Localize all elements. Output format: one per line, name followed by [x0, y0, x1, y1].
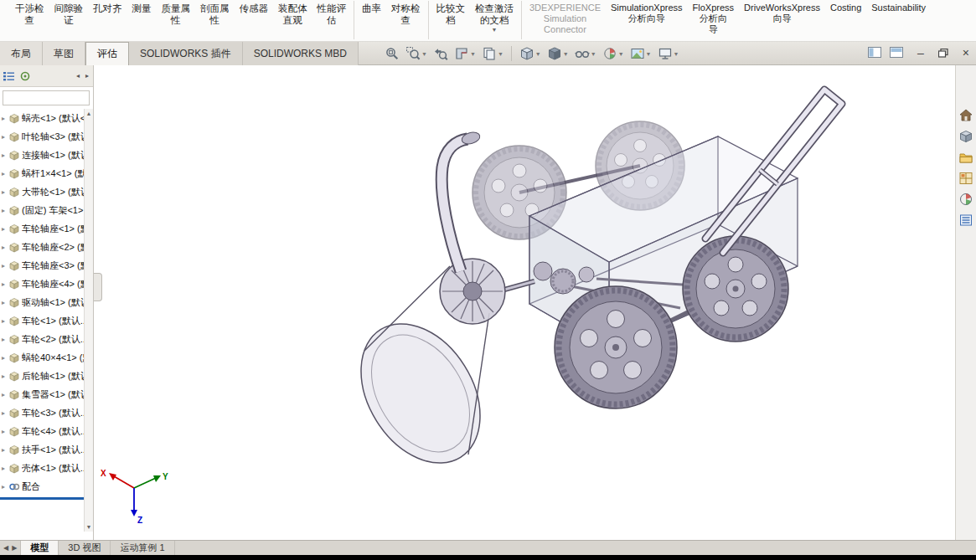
- tree-item[interactable]: ▸车轮<1> (默认...: [0, 311, 85, 330]
- tab-sketch[interactable]: 草图: [43, 42, 85, 65]
- tab-scroll-right-icon[interactable]: ▶: [12, 544, 17, 552]
- clearance-verification-button[interactable]: 间隙验 证: [49, 1, 89, 28]
- tree-item[interactable]: ▸蜗杆1×4<1> (默: [0, 164, 85, 182]
- expand-arrow-icon[interactable]: ▸: [0, 483, 8, 491]
- tree-item[interactable]: ▸壳体<1> (默认...: [0, 459, 85, 477]
- tab-scroll-left-icon[interactable]: ◀: [3, 544, 8, 552]
- scroll-down-icon[interactable]: ▼: [86, 522, 92, 532]
- restore-button[interactable]: [938, 49, 948, 58]
- expand-arrow-icon[interactable]: ▸: [0, 446, 8, 454]
- symmetry-check-button[interactable]: 对称检 查: [386, 1, 426, 28]
- split-pane-horizontal-icon[interactable]: [868, 47, 881, 58]
- expand-arrow-icon[interactable]: ▸: [0, 372, 8, 380]
- expand-arrow-icon[interactable]: ▸: [0, 207, 8, 214]
- section-properties-button[interactable]: 剖面属 性: [195, 1, 235, 28]
- dropdown-caret-icon[interactable]: ▼: [618, 51, 624, 57]
- expand-arrow-icon[interactable]: ▸: [0, 354, 8, 362]
- zoom-area-icon[interactable]: ▼: [405, 45, 428, 62]
- performance-evaluation-button[interactable]: 性能评 估: [312, 1, 352, 28]
- tab-model[interactable]: 模型: [21, 541, 59, 555]
- simulationxpress-wizard-button[interactable]: SimulationXpress 分析向导: [606, 1, 688, 26]
- tree-item[interactable]: ▸车轮轴座<4> (默: [0, 275, 85, 293]
- sustainability-button[interactable]: Sustainability: [866, 1, 931, 15]
- costing-button[interactable]: Costing: [825, 1, 866, 15]
- tab-motion-study-1[interactable]: 运动算例 1: [111, 541, 174, 555]
- scroll-up-icon[interactable]: ▲: [86, 109, 92, 118]
- dropdown-caret-icon[interactable]: ▼: [492, 27, 498, 33]
- expand-arrow-icon[interactable]: ▸: [0, 225, 8, 233]
- tree-item[interactable]: ▸车轮轴座<2> (默: [0, 238, 85, 256]
- tab-evaluate[interactable]: 评估: [85, 42, 129, 65]
- driveworksxpress-wizard-button[interactable]: DriveWorksXpress 向导: [739, 1, 825, 26]
- tree-item[interactable]: ▸(固定) 车架<1> (默: [0, 201, 85, 219]
- tree-item[interactable]: ▸叶轮轴<3> (默认: [0, 127, 85, 146]
- expand-arrow-icon[interactable]: ▸: [0, 152, 8, 159]
- expand-arrow-icon[interactable]: ▸: [0, 465, 8, 472]
- panel-scroll-right-icon[interactable]: ▸: [84, 72, 90, 80]
- dropdown-caret-icon[interactable]: ▼: [591, 51, 596, 57]
- split-pane-vertical-icon[interactable]: [890, 47, 903, 58]
- mass-properties-button[interactable]: 质量属 性: [157, 1, 196, 28]
- panel-splitter-bar[interactable]: [0, 497, 85, 500]
- dropdown-caret-icon[interactable]: ▼: [498, 51, 503, 57]
- previous-view-icon[interactable]: [432, 45, 449, 62]
- tree-item[interactable]: ▸大带轮<1> (默认: [0, 182, 85, 201]
- close-button[interactable]: ×: [963, 46, 969, 59]
- model-canvas[interactable]: X Y Z: [94, 65, 955, 540]
- tree-item[interactable]: ▸蜗壳<1> (默认<: [0, 109, 85, 127]
- design-library-icon[interactable]: [958, 149, 974, 166]
- dropdown-caret-icon[interactable]: ▼: [535, 51, 541, 57]
- expand-arrow-icon[interactable]: ▸: [0, 244, 8, 251]
- solidworks-resources-icon[interactable]: [958, 128, 974, 145]
- dropdown-caret-icon[interactable]: ▼: [470, 51, 476, 57]
- tree-item-mates[interactable]: ▸配合: [0, 477, 85, 496]
- dropdown-caret-icon[interactable]: ▼: [646, 51, 652, 57]
- expand-arrow-icon[interactable]: ▸: [0, 299, 8, 306]
- expand-arrow-icon[interactable]: ▸: [0, 391, 8, 398]
- tree-item[interactable]: ▸车轮轴座<1> (默: [0, 219, 85, 238]
- tree-item[interactable]: ▸车轮轴座<3> (默: [0, 256, 85, 275]
- tree-item[interactable]: ▸后轮轴<1> (默认: [0, 367, 85, 385]
- apply-scene-icon[interactable]: ▼: [629, 45, 653, 62]
- floxpress-wizard-button[interactable]: FloXpress 分析向 导: [688, 1, 740, 37]
- tree-item[interactable]: ▸扶手<1> (默认...: [0, 440, 85, 459]
- tree-item[interactable]: ▸驱动轴<1> (默认: [0, 293, 85, 311]
- expand-arrow-icon[interactable]: ▸: [0, 188, 8, 196]
- section-view-icon[interactable]: ▼: [453, 45, 477, 62]
- panel-flyout-handle[interactable]: [94, 273, 102, 301]
- display-style-icon[interactable]: ▼: [546, 45, 570, 62]
- curvature-button[interactable]: 曲率: [357, 1, 386, 16]
- minimize-button[interactable]: –: [917, 46, 924, 59]
- hole-alignment-button[interactable]: 孔对齐: [88, 1, 127, 16]
- expand-arrow-icon[interactable]: ▸: [0, 280, 8, 288]
- annotation-views-icon[interactable]: ▼: [481, 45, 504, 62]
- tree-item[interactable]: ▸车轮<3> (默认...: [0, 403, 85, 422]
- expand-arrow-icon[interactable]: ▸: [0, 133, 8, 141]
- tab-layout[interactable]: 布局: [0, 42, 43, 65]
- assembly-visualization-button[interactable]: 装配体 直观: [273, 1, 312, 28]
- expand-arrow-icon[interactable]: ▸: [0, 115, 8, 122]
- home-icon[interactable]: [958, 107, 974, 124]
- sensor-button[interactable]: 传感器: [235, 1, 274, 16]
- featuremanager-tree-tab-icon[interactable]: [3, 70, 16, 82]
- propertymanager-tab-icon[interactable]: [18, 70, 32, 82]
- interference-check-button[interactable]: 干涉检 查: [10, 1, 49, 28]
- expand-arrow-icon[interactable]: ▸: [0, 317, 8, 325]
- zoom-fit-icon[interactable]: [384, 45, 400, 62]
- model-wheel-rear-left[interactable]: [555, 286, 677, 408]
- feature-tree-filter-input[interactable]: [3, 90, 90, 105]
- expand-arrow-icon[interactable]: ▸: [0, 262, 8, 270]
- expand-arrow-icon[interactable]: ▸: [0, 170, 8, 177]
- tree-item[interactable]: ▸集雪器<1> (默认: [0, 385, 85, 403]
- tree-item[interactable]: ▸车轮<2> (默认...: [0, 330, 85, 348]
- edit-appearance-icon[interactable]: ▼: [602, 45, 625, 62]
- tree-item[interactable]: ▸蜗轮40×4<1> (默: [0, 348, 85, 367]
- view-palette-icon[interactable]: [958, 170, 974, 187]
- expand-arrow-icon[interactable]: ▸: [0, 336, 8, 343]
- tree-item[interactable]: ▸连接轴<1> (默认: [0, 146, 85, 164]
- tab-solidworks-addins[interactable]: SOLIDWORKS 插件: [129, 42, 243, 65]
- appearances-scenes-icon[interactable]: [958, 191, 974, 208]
- custom-properties-icon[interactable]: [958, 212, 974, 229]
- dropdown-caret-icon[interactable]: ▼: [563, 51, 569, 57]
- view-orientation-icon[interactable]: ▼: [519, 45, 542, 62]
